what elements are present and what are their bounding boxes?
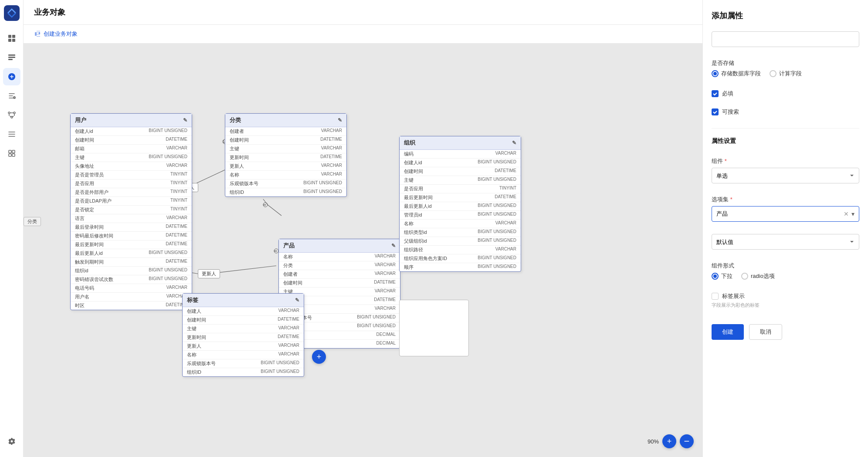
tag-display-checkbox[interactable]	[712, 293, 719, 300]
entity-product-edit[interactable]: ✎	[391, 243, 396, 249]
entity-org-edit[interactable]: ✎	[512, 140, 516, 146]
searchable-label: 可搜索	[722, 108, 739, 116]
options-set-clear-button[interactable]: ✕	[844, 210, 849, 217]
default-value-section: 默认值	[712, 234, 859, 250]
svg-text:∞: ∞	[263, 203, 266, 207]
required-option[interactable]: 必填	[712, 90, 859, 98]
entity-tag: 标签 ✎ 创建人VARCHAR 创建时间DATETIME 主键VARCHAR 更…	[182, 293, 304, 377]
component-select[interactable]: 单选	[712, 168, 859, 183]
storage-label: 是否存储	[712, 59, 859, 67]
add-entity-button[interactable]: +	[312, 350, 326, 364]
component-form-section: 组件形式 下拉 radio选项	[712, 262, 859, 280]
svg-line-20	[263, 199, 268, 205]
entity-user-row: 时区DATETIME	[71, 301, 192, 310]
cancel-button[interactable]: 取消	[749, 324, 782, 340]
storage-section: 是否存储 存储数据库字段 计算字段	[712, 59, 859, 78]
component-label: 组件 *	[712, 157, 859, 165]
zoom-label: 90%	[648, 438, 659, 445]
svg-point-10	[14, 112, 15, 114]
required-checkbox[interactable]	[712, 90, 719, 97]
entity-category: 分类 ✎ 创建者VARCHAR 创建时间DATETIME 主键VARCHAR 更…	[225, 113, 347, 197]
searchable-checkbox[interactable]	[712, 108, 719, 115]
zoom-in-button[interactable]: +	[662, 434, 676, 448]
sidebar	[0, 0, 24, 457]
sidebar-item-plugin[interactable]	[3, 145, 20, 162]
options-set-section: 选项集 * ✕ ▾	[712, 196, 859, 222]
form-option-dropdown[interactable]: 下拉	[712, 272, 732, 280]
sidebar-item-settings[interactable]	[3, 433, 20, 450]
storage-calc-label: 计算字段	[779, 70, 802, 78]
canvas-area[interactable]: 1 1 ∞ 1 ∞ 更新人 更新人 更新人 分类 用户 ✎ 创建人idBIGIN…	[24, 44, 702, 457]
create-button[interactable]: 创建	[712, 324, 744, 340]
default-value-select[interactable]: 默认值	[712, 234, 859, 250]
entity-user-title: 用户	[75, 116, 86, 124]
storage-db-label: 存储数据库字段	[721, 70, 761, 78]
required-label: 必填	[722, 90, 733, 98]
entity-org: 组织 ✎ 编码VARCHAR 创建人idBIGINT UNSIGNED 创建时间…	[399, 136, 521, 272]
options-set-input-wrap: ✕ ▾	[712, 206, 859, 222]
right-panel: 添加属性 是否存储 存储数据库字段 计算字段 必填	[702, 0, 868, 457]
svg-point-27	[263, 203, 268, 207]
storage-option-db[interactable]: 存储数据库字段	[712, 70, 761, 78]
entity-user-row: 是否应用TINYINT	[71, 179, 192, 188]
zoom-out-button[interactable]: −	[680, 434, 694, 448]
blank-card	[399, 300, 469, 356]
entity-user-row: 是否是LDAP用户TINYINT	[71, 197, 192, 206]
entity-user-row: 触发到期时间DATETIME	[71, 258, 192, 267]
category-tag-label: 分类	[24, 217, 41, 226]
form-radio-radio[interactable]	[741, 273, 748, 280]
storage-radio-group: 存储数据库字段 计算字段	[712, 70, 859, 78]
form-option-radio[interactable]: radio选项	[741, 272, 775, 280]
storage-option-calc[interactable]: 计算字段	[770, 70, 802, 78]
svg-rect-1	[12, 35, 15, 38]
options-set-dropdown-arrow[interactable]: ▾	[851, 210, 854, 217]
storage-calc-radio[interactable]	[770, 70, 776, 77]
sidebar-item-flow[interactable]	[3, 106, 20, 124]
svg-rect-3	[12, 39, 15, 42]
component-form-radio-group: 下拉 radio选项	[712, 272, 859, 280]
name-section	[712, 31, 859, 47]
sidebar-item-tasks[interactable]	[3, 87, 20, 105]
toolbar: 创建业务对象	[24, 25, 702, 44]
zoom-controls: 90% + −	[648, 434, 694, 448]
create-object-label: 创建业务对象	[44, 30, 78, 38]
options-set-input[interactable]	[716, 211, 844, 217]
divider-1	[712, 128, 859, 129]
entity-user-row: 是否是外部用户TINYINT	[71, 188, 192, 197]
tag-display-label: 标签展示	[722, 292, 745, 300]
attribute-name-input[interactable]	[712, 31, 859, 47]
app-logo	[4, 5, 20, 21]
entity-user-row: 创建时间DATETIME	[71, 136, 192, 145]
entity-user-row: 密码错误尝试次数BIGINT UNSIGNED	[71, 275, 192, 284]
tag-display-section: 标签展示 字段展示为彩色的标签	[712, 292, 859, 308]
entity-user: 用户 ✎ 创建人idBIGINT UNSIGNED 创建时间DATETIME 邮…	[70, 113, 192, 310]
entity-user-edit[interactable]: ✎	[183, 117, 187, 123]
create-object-button[interactable]: 创建业务对象	[34, 30, 78, 38]
entity-user-row: 创建人idBIGINT UNSIGNED	[71, 127, 192, 136]
header: 业务对象	[24, 0, 702, 25]
tag-display-option[interactable]: 标签展示	[712, 292, 859, 300]
form-dropdown-radio[interactable]	[712, 273, 719, 280]
sidebar-item-dashboard[interactable]	[3, 30, 20, 47]
storage-db-radio[interactable]	[712, 70, 719, 77]
svg-rect-13	[12, 150, 15, 153]
entity-user-row: 密码最后修改时间DATETIME	[71, 232, 192, 240]
form-radio-label: radio选项	[751, 272, 775, 280]
sidebar-item-objects[interactable]	[3, 68, 20, 85]
svg-rect-12	[9, 150, 11, 153]
sidebar-item-data[interactable]	[3, 49, 20, 66]
sidebar-item-menu[interactable]	[3, 125, 20, 143]
svg-rect-15	[12, 154, 15, 156]
svg-rect-0	[8, 35, 11, 38]
entity-category-edit[interactable]: ✎	[338, 117, 342, 123]
entity-user-row: 语言VARCHAR	[71, 214, 192, 223]
tag-display-desc: 字段展示为彩色的标签	[712, 302, 859, 308]
entity-user-row: 组织idBIGINT UNSIGNED	[71, 267, 192, 275]
entity-user-row: 邮箱VARCHAR	[71, 145, 192, 153]
form-dropdown-label: 下拉	[721, 272, 732, 280]
entity-tag-edit[interactable]: ✎	[295, 297, 299, 303]
component-form-label: 组件形式	[712, 262, 859, 270]
entity-user-row: 电话号码VARCHAR	[71, 284, 192, 293]
searchable-option[interactable]: 可搜索	[712, 108, 859, 116]
relation-label-2: 更新人	[198, 269, 220, 278]
